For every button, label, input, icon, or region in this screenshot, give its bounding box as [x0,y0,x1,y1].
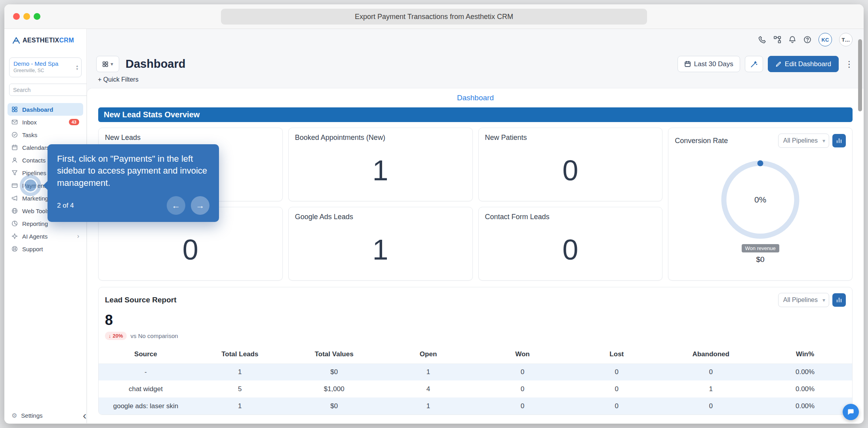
chart-settings-button[interactable] [832,293,846,307]
table-cell: chat widget [99,380,193,397]
tutorial-next-button[interactable]: → [191,196,209,215]
tutorial-step-counter: 2 of 4 [57,202,74,210]
table-row[interactable]: chat widget 5 $1,000 4 0 0 1 0.00% [99,380,852,397]
table-cell: $0 [287,397,381,415]
table-cell: 0.00% [758,397,852,415]
sidebar-item-inbox[interactable]: Inbox 43 [8,116,83,128]
zoom-window-button[interactable] [34,13,40,20]
table-cell: 1 [381,397,476,415]
help-icon[interactable] [803,36,811,44]
column-header[interactable]: Total Leads [193,346,287,363]
table-cell: - [99,363,193,380]
column-header[interactable]: Abandoned [664,346,758,363]
scrollbar-thumb[interactable] [858,39,862,111]
tab-dashboard[interactable]: Dashboard [87,88,864,107]
sidebar-item-label: Contacts [22,157,46,164]
column-header[interactable]: Open [381,346,476,363]
card-value: 1 [289,128,472,201]
stat-card-new-patients: New Patients 0 [478,128,663,201]
sidebar-item-label: Pipelines [22,170,46,176]
calendar-icon [11,144,18,151]
sidebar-collapse-icon[interactable]: ‹ [83,410,86,421]
magic-wand-button[interactable] [745,56,763,72]
table-cell: $0 [287,363,381,380]
table-row[interactable]: - 1 $0 1 0 0 0 0.00% [99,363,852,380]
chart-settings-button[interactable] [832,134,846,147]
edit-dashboard-button[interactable]: Edit Dashboard [768,56,839,72]
sidebar-item-tasks[interactable]: Tasks [8,128,83,141]
pencil-icon [775,61,782,67]
dashboard-switcher-button[interactable]: ▾ [96,56,119,72]
conversion-percent: 0% [719,159,801,241]
account-name: Demo - Med Spa [13,60,72,67]
user-avatar-t[interactable]: T… [839,33,853,46]
tutorial-back-button[interactable]: ← [167,196,185,215]
chat-icon [847,408,855,416]
sidebar-item-label: Tasks [22,132,37,138]
table-cell: 0 [569,380,664,397]
down-arrow-icon: ↓ [108,333,111,339]
table-header-row: Source Total Leads Total Values Open Won… [99,346,852,363]
settings-label: Settings [21,412,42,419]
workflow-icon[interactable] [773,36,781,44]
pipeline-filter-select[interactable]: All Pipelines [778,293,829,307]
table-cell: 0 [664,397,758,415]
brand-logo: AESTHETIXCRM [4,29,86,52]
account-switcher[interactable]: Demo - Med Spa Greenville, SC ▴▾ [9,57,82,77]
column-header[interactable]: Lost [569,346,664,363]
phone-icon[interactable] [758,36,766,44]
minimize-window-button[interactable] [23,13,30,20]
user-avatar-kc[interactable]: KC [819,33,832,46]
card-title: Conversion Rate [675,137,775,145]
right-arrow-icon: → [196,201,205,211]
sidebar-item-ai-agents[interactable]: AI Agents › [8,230,83,243]
window-titlebar: Export Payment Transactions from Aesthet… [4,4,864,29]
pipeline-icon [11,170,18,176]
account-chevrons-icon: ▴▾ [76,64,78,71]
card-value: 0 [479,207,662,280]
card-value: 0 [479,128,662,201]
ai-sparkle-icon [11,233,18,239]
search-input[interactable] [13,87,85,93]
sidebar-item-settings[interactable]: ⚙ Settings [4,412,86,423]
lead-source-table: Source Total Leads Total Values Open Won… [99,346,852,415]
stat-card-google-ads-leads: Google Ads Leads 1 [288,207,473,281]
sidebar-item-dashboard[interactable]: Dashboard [8,103,83,116]
conversion-rate-card: Conversion Rate All Pipelines [668,128,853,281]
comparison-label: vs No comparison [131,332,178,339]
column-header[interactable]: Won [476,346,570,363]
app-window: Export Payment Transactions from Aesthet… [4,4,864,424]
table-cell: 0 [569,363,664,380]
sidebar-item-label: Support [22,246,43,252]
table-cell: 0.00% [758,380,852,397]
pipeline-filter-select[interactable]: All Pipelines [778,134,829,148]
card-value: 1 [289,207,472,280]
table-cell: 4 [381,380,476,397]
column-header[interactable]: Win% [758,346,852,363]
close-window-button[interactable] [13,13,20,20]
won-revenue-chip: Won revenue [742,244,779,252]
table-cell: 0 [664,363,758,380]
sidebar-item-label: Inbox [22,119,37,126]
chat-launcher-button[interactable] [843,404,859,420]
date-range-button[interactable]: Last 30 Days [678,56,740,72]
column-header[interactable]: Source [99,346,193,363]
account-location: Greenville, SC [13,68,72,73]
conversion-donut-chart: 0% [719,159,801,241]
bell-icon[interactable] [788,36,796,44]
table-cell: google ads: laser skin [99,397,193,415]
lead-total-count: 8 [99,310,852,329]
table-cell: 0.00% [758,363,852,380]
column-header[interactable]: Total Values [287,346,381,363]
inbox-badge: 43 [69,119,79,125]
section-banner: New Lead Stats Overview [98,107,853,122]
table-cell: 1 [193,397,287,415]
marketing-icon [11,195,18,201]
more-options-icon[interactable]: ⋮ [845,59,853,69]
table-cell: 0 [569,397,664,415]
sidebar: AESTHETIXCRM Demo - Med Spa Greenville, … [4,29,87,423]
quick-filters-button[interactable]: + Quick Filters [87,75,864,88]
table-row[interactable]: google ads: laser skin 1 $0 1 0 0 0 0.00… [99,397,852,415]
chart-icon [836,297,842,303]
sidebar-item-support[interactable]: Support [8,243,83,255]
